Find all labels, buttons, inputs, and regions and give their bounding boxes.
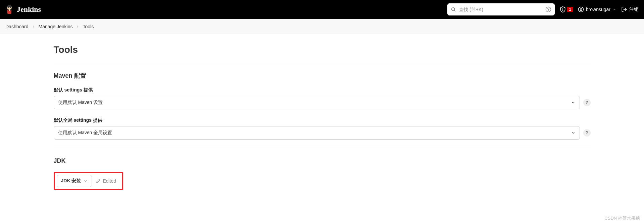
edited-label: Edited	[103, 178, 116, 184]
shield-alert-icon	[559, 6, 566, 13]
breadcrumb-sep	[32, 25, 35, 28]
search-box[interactable]	[447, 3, 555, 15]
breadcrumb: Dashboard Manage Jenkins Tools	[0, 19, 644, 34]
chevron-down-icon	[84, 179, 88, 183]
field-row-default-settings: 使用默认 Maven 设置 ?	[54, 96, 591, 109]
svg-point-9	[563, 10, 563, 11]
section-jdk: JDK JDK 安装 Edited	[54, 157, 591, 190]
page-title: Tools	[54, 44, 591, 55]
user-menu[interactable]: brownsugar	[578, 6, 616, 12]
svg-point-11	[580, 8, 582, 10]
section-title-jdk: JDK	[54, 157, 591, 164]
label-default-settings: 默认 settings 提供	[54, 87, 591, 93]
svg-point-1	[8, 7, 9, 8]
help-default-settings[interactable]: ?	[583, 99, 591, 106]
svg-point-4	[452, 8, 455, 11]
main-content: Tools Maven 配置 默认 settings 提供 使用默认 Maven…	[47, 34, 597, 200]
svg-rect-3	[9, 9, 10, 11]
divider	[54, 62, 591, 62]
logout-label: 注销	[629, 6, 639, 12]
select-global-settings-value: 使用默认 Maven 全局设置	[58, 130, 112, 136]
jdk-install-highlight: JDK 安装 Edited	[54, 172, 123, 190]
search-icon	[451, 7, 456, 12]
search-help-icon[interactable]	[545, 6, 551, 12]
chevron-down-icon	[612, 7, 616, 11]
field-row-global-settings: 使用默认 Maven 全局设置 ?	[54, 126, 591, 140]
header-bar: Jenkins 1 brownsugar	[0, 0, 644, 19]
section-title-maven: Maven 配置	[54, 72, 591, 80]
section-maven: Maven 配置 默认 settings 提供 使用默认 Maven 设置 ? …	[54, 72, 591, 140]
svg-point-2	[10, 7, 11, 8]
help-global-settings[interactable]: ?	[583, 129, 591, 137]
breadcrumb-sep	[76, 25, 79, 28]
header-left: Jenkins	[5, 4, 41, 15]
select-global-settings[interactable]: 使用默认 Maven 全局设置	[54, 126, 580, 140]
breadcrumb-manage-jenkins[interactable]: Manage Jenkins	[39, 24, 73, 29]
select-default-settings[interactable]: 使用默认 Maven 设置	[54, 96, 580, 109]
logout-icon	[621, 6, 627, 12]
user-icon	[578, 6, 584, 12]
svg-line-5	[454, 10, 455, 11]
search-input[interactable]	[459, 7, 543, 12]
logo-text: Jenkins	[17, 5, 41, 14]
breadcrumb-dashboard[interactable]: Dashboard	[5, 24, 29, 29]
breadcrumb-tools[interactable]: Tools	[83, 24, 94, 29]
logout-button[interactable]: 注销	[621, 6, 639, 12]
divider	[54, 148, 591, 148]
select-default-settings-value: 使用默认 Maven 设置	[58, 100, 103, 106]
edited-indicator: Edited	[92, 178, 120, 184]
chevron-down-icon	[571, 100, 576, 105]
label-global-settings: 默认全局 settings 提供	[54, 117, 591, 123]
logo[interactable]: Jenkins	[5, 4, 41, 15]
pencil-icon	[96, 179, 101, 183]
chevron-down-icon	[571, 130, 576, 135]
header-right: 1 brownsugar 注销	[447, 3, 639, 15]
jdk-install-label: JDK 安装	[61, 178, 81, 184]
jenkins-logo-icon	[5, 4, 13, 15]
svg-point-7	[548, 10, 549, 11]
alert-count-badge: 1	[567, 7, 573, 12]
username-label: brownsugar	[586, 7, 610, 12]
jdk-install-button[interactable]: JDK 安装	[57, 175, 92, 187]
alerts-button[interactable]: 1	[559, 6, 573, 13]
